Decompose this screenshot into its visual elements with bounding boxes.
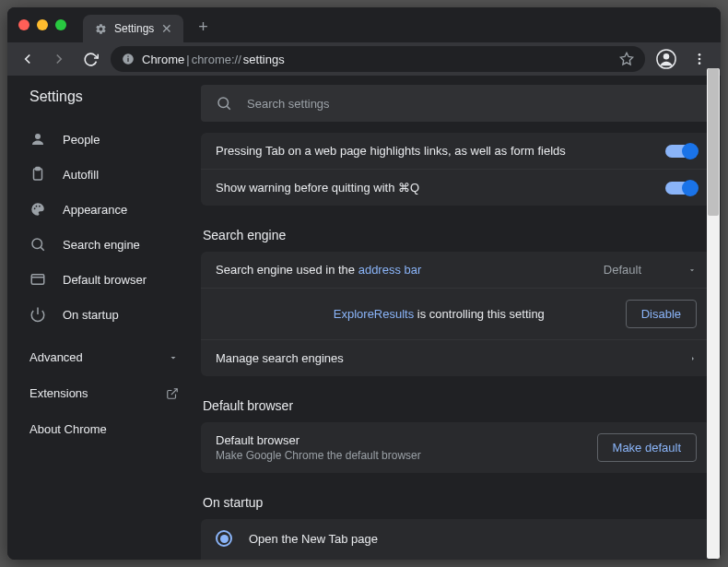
svg-line-16 [41, 247, 43, 250]
maximize-window-button[interactable] [55, 19, 66, 30]
browser-window: Settings ✕ + Chrome | chrome://settings [7, 7, 721, 560]
svg-point-5 [663, 53, 669, 59]
toggle-switch[interactable] [665, 145, 697, 158]
address-bar-link[interactable]: address bar [358, 263, 422, 277]
settings-search[interactable] [201, 85, 711, 122]
search-engine-card: Search engine used in the address bar De… [201, 252, 711, 376]
close-tab-icon[interactable]: ✕ [161, 21, 172, 36]
scrollbar-thumb[interactable] [708, 68, 719, 216]
toggle-switch[interactable] [665, 182, 697, 195]
main-panel: Pressing Tab on a web page highlights li… [201, 76, 721, 560]
row-label: Default browser [216, 433, 421, 447]
svg-rect-17 [31, 275, 44, 285]
sidebar-item-label: Autofill [63, 168, 99, 182]
row-label: Pressing Tab on a web page highlights li… [216, 144, 566, 158]
minimize-window-button[interactable] [37, 19, 48, 30]
chevron-down-icon [168, 352, 179, 363]
svg-line-20 [171, 388, 177, 394]
settings-search-input[interactable] [247, 97, 697, 111]
controlling-message: ExploreResults is controlling this setti… [252, 307, 626, 321]
sidebar-item-autofill[interactable]: Autofill [7, 157, 201, 192]
browser-tab[interactable]: Settings ✕ [83, 15, 183, 42]
sidebar-item-people[interactable]: People [7, 122, 201, 157]
sidebar-item-label: Default browser [63, 273, 147, 287]
row-sublabel: Make Google Chrome the default browser [216, 449, 421, 462]
svg-point-12 [34, 207, 36, 209]
page-title: Settings [7, 76, 201, 114]
make-default-button[interactable]: Make default [597, 433, 697, 462]
row-label: Manage search engines [216, 351, 344, 365]
sidebar-about-link[interactable]: About Chrome [7, 411, 201, 447]
search-icon [216, 95, 232, 112]
svg-rect-1 [127, 58, 128, 62]
svg-point-15 [32, 239, 42, 249]
disable-button[interactable]: Disable [626, 300, 697, 328]
sidebar-item-default-browser[interactable]: Default browser [7, 262, 201, 297]
section-title-on-startup: On startup [201, 490, 711, 519]
search-icon [29, 236, 46, 253]
browser-icon [29, 271, 46, 288]
default-browser-card: Default browser Make Google Chrome the d… [201, 422, 711, 473]
sidebar-item-label: Appearance [63, 203, 127, 217]
svg-point-6 [699, 53, 701, 56]
chevron-down-icon [687, 266, 697, 275]
tab-title: Settings [114, 22, 154, 35]
content-area: Settings People Autofill Appearance Sear… [7, 76, 721, 560]
svg-rect-2 [127, 56, 128, 57]
section-title-search-engine: Search engine [201, 222, 711, 252]
address-bar[interactable]: Chrome | chrome://settings [111, 46, 645, 72]
startup-option-row[interactable]: Continue where you left off [201, 558, 711, 560]
forward-button[interactable] [48, 48, 70, 70]
clipboard-icon [29, 166, 46, 183]
sidebar-item-appearance[interactable]: Appearance [7, 192, 201, 227]
sidebar-advanced-toggle[interactable]: Advanced [7, 339, 201, 375]
on-startup-card: Open the New Tab page Continue where you… [201, 519, 711, 560]
radio-label: Open the New Tab page [249, 532, 378, 546]
extension-controlling-row: ExploreResults is controlling this setti… [201, 289, 711, 340]
svg-line-22 [227, 106, 229, 109]
sidebar-extensions-link[interactable]: Extensions [7, 375, 201, 411]
sidebar-item-label: People [63, 133, 100, 147]
sidebar-item-search-engine[interactable]: Search engine [7, 227, 201, 262]
startup-option-row[interactable]: Open the New Tab page [201, 519, 711, 558]
palette-icon [29, 201, 46, 218]
profile-button[interactable] [654, 47, 678, 71]
toolbar: Chrome | chrome://settings [7, 42, 721, 76]
quit-warning-row: Show warning before quitting with ⌘Q [201, 170, 711, 206]
chevron-right-icon [689, 353, 697, 364]
back-button[interactable] [17, 48, 39, 70]
row-label: Show warning before quitting with ⌘Q [216, 181, 419, 195]
gear-icon [94, 22, 107, 35]
close-window-button[interactable] [18, 19, 29, 30]
external-link-icon [166, 387, 179, 400]
site-info-icon[interactable] [122, 53, 135, 65]
sidebar-item-label: Search engine [63, 238, 140, 252]
manage-search-engines-row[interactable]: Manage search engines [201, 340, 711, 376]
svg-point-9 [35, 134, 41, 139]
accessibility-card: Pressing Tab on a web page highlights li… [201, 133, 711, 206]
svg-marker-3 [620, 53, 632, 65]
section-title-default-browser: Default browser [201, 393, 711, 422]
radio-button[interactable] [216, 530, 232, 547]
person-icon [29, 131, 46, 148]
svg-rect-11 [36, 168, 41, 171]
url-text: Chrome | chrome://settings [142, 53, 285, 66]
svg-point-21 [218, 98, 229, 108]
new-tab-button[interactable]: + [191, 14, 216, 41]
window-controls [18, 19, 66, 30]
search-engine-select[interactable]: Default [604, 263, 697, 277]
default-browser-row: Default browser Make Google Chrome the d… [201, 422, 711, 473]
svg-point-7 [699, 58, 701, 61]
sidebar-item-label: On startup [63, 308, 119, 322]
bookmark-icon[interactable] [619, 52, 634, 66]
sidebar: Settings People Autofill Appearance Sear… [7, 76, 201, 560]
svg-point-14 [39, 206, 41, 207]
row-label: Search engine used in the address bar [216, 263, 421, 277]
sidebar-item-on-startup[interactable]: On startup [7, 297, 201, 332]
reload-button[interactable] [79, 48, 101, 70]
svg-point-8 [699, 62, 701, 65]
tab-highlight-row: Pressing Tab on a web page highlights li… [201, 133, 711, 170]
search-engine-used-row: Search engine used in the address bar De… [201, 252, 711, 289]
titlebar: Settings ✕ + [7, 7, 721, 42]
power-icon [29, 306, 46, 323]
